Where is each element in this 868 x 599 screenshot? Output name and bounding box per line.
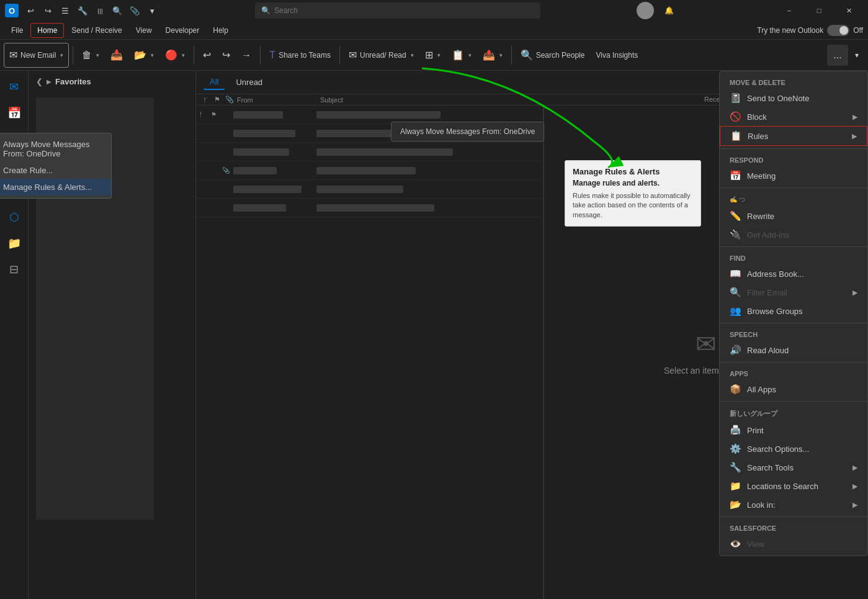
qa-tools[interactable]: 🔧	[76, 4, 89, 17]
rules-button[interactable]: 📋	[447, 43, 477, 68]
menu-print[interactable]: 🖨️ Print	[720, 421, 867, 439]
tooltip-subtitle: Manage rules and alerts.	[573, 179, 693, 187]
toggle-switch[interactable]	[827, 25, 849, 36]
search-input[interactable]	[274, 6, 534, 15]
menu-meeting[interactable]: 📅 Meeting	[720, 166, 867, 185]
move2-icon: 📤	[483, 49, 495, 61]
look-in-arrow: ▶	[852, 501, 857, 509]
nav-outlook[interactable]: ⬡	[3, 206, 25, 228]
divider-3	[720, 246, 867, 247]
menu-view[interactable]: View	[130, 24, 158, 37]
search-tools-label: Search Tools	[747, 463, 846, 472]
share-to-teams-button[interactable]: T Share to Teams	[264, 43, 336, 68]
menu-send-receive[interactable]: Send / Receive	[65, 24, 128, 37]
qa-redo[interactable]: ↪	[41, 4, 55, 17]
rules-submenu-item-2[interactable]: Create Rule...	[0, 162, 111, 179]
undo-button[interactable]: ↩	[198, 43, 216, 68]
menu-home[interactable]: Home	[30, 23, 64, 38]
onenote-icon: 📓	[730, 92, 741, 104]
unread-read-label: Unread/ Read	[360, 51, 406, 60]
menu-rules[interactable]: 📋 Rules ▶	[720, 126, 867, 146]
qa-search2[interactable]: 🔍	[110, 4, 124, 17]
address-book-label: Address Book...	[747, 269, 857, 279]
qa-more[interactable]: ▾	[145, 4, 159, 17]
nav-folder[interactable]: 📁	[3, 232, 25, 254]
print-label: Print	[747, 426, 857, 435]
menu-address-book[interactable]: 📖 Address Book...	[720, 264, 867, 283]
delete-button[interactable]: 🗑	[77, 43, 104, 68]
close-button[interactable]: ✕	[834, 0, 863, 21]
menu-read-aloud[interactable]: 🔊 Read Aloud	[720, 341, 867, 359]
archive-button[interactable]: 📥	[105, 43, 128, 68]
viva-label: Viva Insights	[596, 51, 638, 60]
share-to-teams-label: Share to Teams	[279, 51, 331, 60]
qa-attach[interactable]: 📎	[128, 4, 141, 17]
toggle-knob	[839, 26, 848, 35]
archive-icon: 📥	[110, 49, 123, 61]
browse-groups-icon: 👥	[730, 305, 741, 317]
app-icon: O	[5, 4, 19, 17]
rules-submenu-item-1[interactable]: Always Move Messages From: OneDrive	[0, 136, 111, 162]
unread-read-button[interactable]: ✉ Unread/ Read	[344, 43, 419, 68]
search-people-button[interactable]: 🔍 Search People	[516, 43, 590, 68]
menu-file[interactable]: File	[5, 24, 29, 37]
viva-insights-button[interactable]: Viva Insights	[591, 43, 643, 68]
menu-look-in[interactable]: 📂 Look in: ▶	[720, 495, 867, 514]
menu-all-apps[interactable]: 📦 All Apps	[720, 380, 867, 399]
tags-icon: 🔴	[165, 49, 177, 61]
tab-all[interactable]: All	[204, 74, 225, 90]
qa-filter[interactable]: ⫼	[93, 4, 107, 17]
divider-5	[720, 362, 867, 363]
col-from: From	[237, 96, 318, 104]
mail-row[interactable]	[196, 143, 543, 161]
menu-locations-to-search[interactable]: 📁 Locations to Search ▶	[720, 477, 867, 495]
redo-button[interactable]: ↪	[217, 43, 235, 68]
block-arrow: ▶	[852, 113, 857, 121]
tab-unread[interactable]: Unread	[230, 75, 269, 89]
menu-send-onenote[interactable]: 📓 Send to OneNote	[720, 89, 867, 107]
qa-undo[interactable]: ↩	[24, 4, 37, 17]
rules-menu-icon: 📋	[730, 130, 741, 142]
expand-ribbon-button[interactable]: ▾	[849, 45, 864, 66]
maximize-button[interactable]: □	[805, 0, 833, 21]
addins-label: Get Add-ins	[747, 230, 857, 240]
divider-1	[720, 148, 867, 149]
menu-browse-groups[interactable]: 👥 Browse Groups	[720, 302, 867, 320]
minimize-button[interactable]: −	[775, 0, 803, 21]
view-icon: ⊞	[425, 49, 433, 61]
more-button[interactable]: ...	[827, 45, 848, 66]
nav-mail[interactable]: ✉	[3, 76, 25, 98]
rules-menu-label: Rules	[748, 132, 846, 141]
menu-rewrite[interactable]: ✏️ Rewrite	[720, 207, 867, 225]
move-button[interactable]: 📂	[129, 43, 159, 68]
menu-block[interactable]: 🚫 Block ▶	[720, 107, 867, 126]
unread-icon: ✉	[349, 49, 357, 61]
address-book-icon: 📖	[730, 268, 741, 279]
mail-row[interactable]: 📎	[196, 161, 543, 180]
notification-bell[interactable]: 🔔	[660, 2, 678, 19]
mail-row[interactable]	[196, 180, 543, 199]
menu-search-tools[interactable]: 🔧 Search Tools ▶	[720, 458, 867, 477]
qa-email[interactable]: ☰	[58, 4, 72, 17]
menu-help[interactable]: Help	[207, 24, 235, 37]
rules-submenu-item-3[interactable]: Manage Rules & Alerts...	[0, 179, 111, 196]
mail-row[interactable]	[196, 199, 543, 217]
search-bar[interactable]: 🔍	[255, 2, 540, 19]
favorites-label[interactable]: Favorites	[55, 77, 91, 86]
menu-developer[interactable]: Developer	[159, 24, 206, 37]
collapse-sidebar-button[interactable]: ❮	[36, 77, 43, 86]
view-button[interactable]: ⊞	[420, 43, 445, 68]
nav-calendar[interactable]: 📅	[3, 102, 25, 124]
try-new-outlook: Try the new Outlook Off	[757, 25, 863, 36]
new-email-button[interactable]: ✉ New Email	[4, 43, 69, 68]
nav-grid[interactable]: ⊟	[3, 258, 25, 281]
divider-2	[720, 187, 867, 188]
menu-bar: File Home Send / Receive View Developer …	[0, 21, 868, 40]
move2-button[interactable]: 📤	[478, 43, 508, 68]
menu-search-options[interactable]: ⚙️ Search Options...	[720, 439, 867, 458]
search-icon: 🔍	[261, 6, 271, 15]
forward-button[interactable]: →	[236, 43, 256, 68]
section-move-delete: Move & Delete	[720, 74, 867, 89]
block-label: Block	[747, 112, 846, 122]
tags-button[interactable]: 🔴	[160, 43, 190, 68]
